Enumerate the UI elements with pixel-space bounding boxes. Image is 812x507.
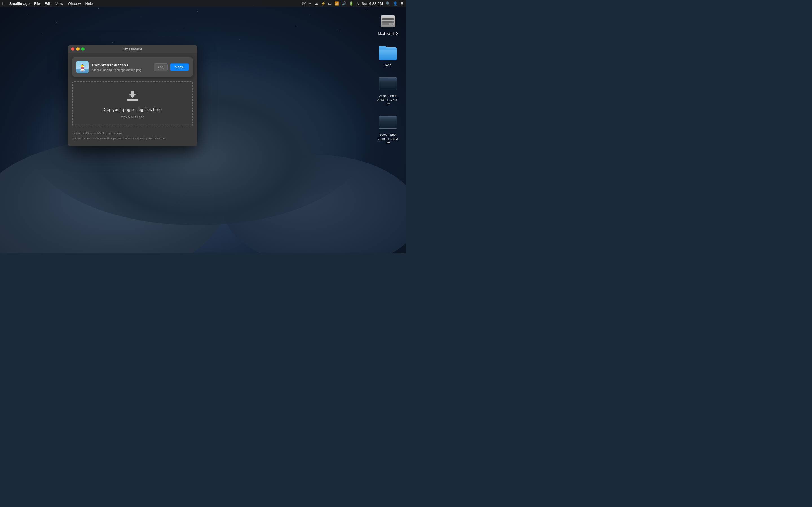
work-folder-icon [379, 43, 397, 61]
menubar-view[interactable]: View [55, 1, 63, 6]
macintosh-hd-icon [379, 12, 397, 31]
window-title: SmallImage [123, 47, 142, 51]
svg-rect-2 [382, 21, 394, 23]
footer-text: Smart PNG and JPEG compression Optimize … [72, 131, 193, 142]
work-folder-label: work [385, 62, 391, 66]
svg-rect-23 [82, 71, 83, 72]
svg-rect-13 [379, 117, 397, 129]
svg-point-3 [391, 23, 393, 25]
close-button[interactable] [71, 47, 74, 51]
maximize-button[interactable] [81, 47, 85, 51]
battery-charge-icon[interactable]: 🔋 [349, 1, 354, 6]
drop-icon [126, 90, 139, 104]
menubar-help[interactable]: Help [86, 1, 93, 6]
user-icon[interactable]: 👤 [393, 1, 398, 6]
svg-rect-10 [379, 78, 397, 90]
screenshot-2-label-line2: 2018-11...8.33 PM [377, 137, 399, 145]
wifi-icon[interactable]: 📶 [335, 1, 339, 6]
desktop-background [0, 0, 406, 253]
apple-menu[interactable]:  [2, 1, 4, 6]
search-icon[interactable]: 🔍 [386, 1, 390, 6]
svg-rect-11 [379, 117, 397, 129]
window-content: Compress Success /Users/liupeng/Desktop/… [68, 53, 197, 147]
menubar:  SmallImage File Edit View Window Help … [0, 0, 406, 7]
screenshot-1-label-line1: Screen Shot [377, 94, 399, 98]
svg-rect-7 [379, 48, 397, 50]
minimize-button[interactable] [76, 47, 80, 51]
svg-rect-25 [127, 99, 138, 101]
menubar-file[interactable]: File [34, 1, 40, 6]
app-window: SmallImage [68, 45, 197, 147]
svg-point-12 [381, 123, 396, 129]
drop-zone[interactable]: Drop your .png or .jpg files here! max 5… [72, 81, 193, 126]
screenshot-1-svg [379, 78, 397, 90]
desktop-icon-work[interactable]: work [378, 42, 398, 68]
screenshot-2-label-line1: Screen Shot [377, 133, 399, 136]
menubar-left:  SmallImage File Edit View Window Help [2, 1, 93, 6]
toast-text: Compress Success /Users/liupeng/Desktop/… [92, 63, 150, 71]
macintosh-hd-label: Macintosh HD [378, 32, 398, 36]
screenshot-2-svg [379, 117, 397, 129]
wechat-icon[interactable]: 𝕎 [302, 1, 306, 6]
footer-line1: Smart PNG and JPEG compression [73, 131, 192, 136]
svg-rect-18 [81, 68, 84, 69]
menubar-edit[interactable]: Edit [45, 1, 51, 6]
keyboard-icon[interactable]: A [356, 1, 359, 6]
toast-subtitle: /Users/liupeng/Desktop/Untitled.png [92, 68, 150, 71]
show-button[interactable]: Show [170, 63, 189, 71]
menubar-time: Sun 6:33 PM [362, 1, 383, 6]
drop-text: Drop your .png or .jpg files here! [102, 107, 163, 112]
window-titlebar: SmallImage [68, 45, 197, 53]
toast-buttons: Ok Show [154, 63, 189, 71]
notch-menu-icon[interactable]: ☰ [400, 1, 404, 6]
toast-icon [76, 61, 89, 73]
menubar-app-name[interactable]: SmallImage [9, 1, 30, 6]
screenshot-2-icon [379, 114, 397, 131]
menubar-right: 𝕎 ✈ ☁ ⚡ ▭ 📶 🔊 🔋 A Sun 6:33 PM 🔍 👤 ☰ [302, 1, 404, 6]
screenshot-1-label-line2: 2018-11...25.37 PM [377, 98, 399, 106]
hard-drive-icon-svg [380, 13, 396, 30]
desktop-icon-screenshot-1[interactable]: Screen Shot 2018-11...25.37 PM [375, 73, 400, 107]
ok-button[interactable]: Ok [154, 63, 168, 71]
svg-rect-4 [382, 23, 389, 24]
svg-point-9 [380, 83, 396, 90]
cloud-icon[interactable]: ☁ [314, 1, 318, 6]
toast-title: Compress Success [92, 63, 150, 67]
airdrop-icon[interactable]: ✈ [308, 1, 312, 6]
desktop-icon-macintosh-hd[interactable]: Macintosh HD [377, 11, 399, 37]
screenshot-2-label: Screen Shot 2018-11...8.33 PM [377, 133, 399, 145]
activity-icon[interactable]: ⚡ [321, 1, 325, 6]
svg-rect-24 [82, 71, 83, 71]
svg-rect-8 [379, 78, 397, 90]
svg-marker-26 [129, 91, 136, 98]
drop-subtext: max 5 MB each [121, 115, 144, 119]
battery-icon[interactable]: ▭ [328, 1, 332, 6]
svg-rect-17 [81, 67, 84, 68]
screenshot-1-icon [379, 75, 397, 93]
svg-rect-20 [81, 65, 84, 67]
toast-notification: Compress Success /Users/liupeng/Desktop/… [72, 57, 193, 76]
svg-rect-1 [382, 18, 394, 20]
screenshot-1-label: Screen Shot 2018-11...25.37 PM [377, 94, 399, 106]
folder-icon-svg [379, 45, 397, 60]
traffic-lights [71, 47, 85, 51]
footer-line2: Optimize your images with a perfect bala… [73, 136, 192, 141]
desktop-icon-screenshot-2[interactable]: Screen Shot 2018-11...8.33 PM [375, 112, 400, 146]
menubar-window[interactable]: Window [68, 1, 81, 6]
smallimage-app-icon [76, 61, 89, 73]
drop-icon-svg [126, 90, 139, 101]
volume-icon[interactable]: 🔊 [342, 1, 346, 6]
desktop-icons: Macintosh HD work [375, 11, 400, 146]
